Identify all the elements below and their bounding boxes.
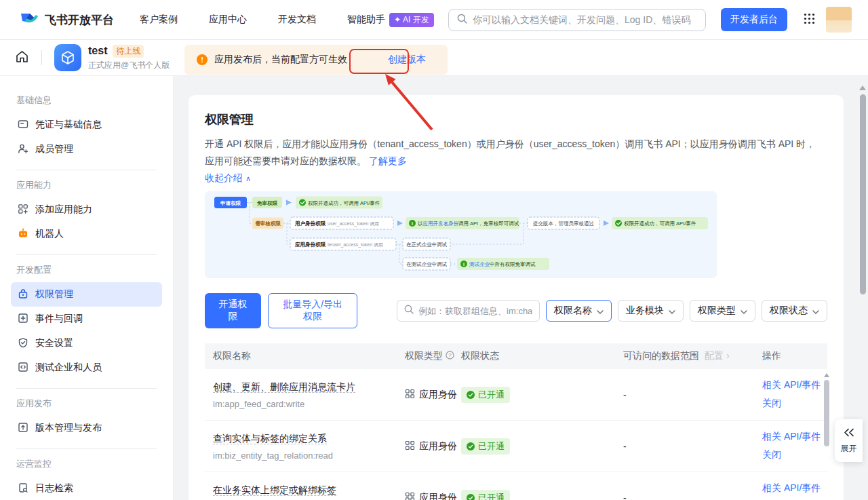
scroll-up-arrow[interactable] <box>859 85 866 90</box>
permission-type: 应用身份 <box>419 492 457 500</box>
chevron-right-icon: › <box>726 350 730 361</box>
scroll-up-arrow[interactable] <box>824 373 829 377</box>
sidebar-section-monitoring: 运营监控 <box>16 457 157 471</box>
filter-permission-name[interactable]: 权限名称 <box>546 300 612 322</box>
sidebar-section-capabilities: 应用能力 <box>16 178 157 192</box>
brand[interactable]: 飞书开放平台 <box>20 10 114 30</box>
sparkle-icon: ✦ <box>394 15 401 24</box>
filter-permission-status[interactable]: 权限状态 <box>762 300 827 322</box>
sidebar-item-security[interactable]: 安全设置 <box>11 331 162 355</box>
app-grid-icon[interactable] <box>804 13 815 27</box>
related-api-link[interactable]: 相关 API/事件 <box>762 379 821 391</box>
open-permission-button[interactable]: 开通权限 <box>205 293 261 328</box>
svg-text:以应用开发者身份调用 API，免审核即可调试: 以应用开发者身份调用 API，免审核即可调试 <box>418 220 519 227</box>
flow-submit-version: 提交版本，管理员审核通过 <box>533 220 595 227</box>
expand-panel-tab[interactable]: 展开 <box>835 419 863 462</box>
flow-test-org-link[interactable]: 测试企业 <box>469 261 490 267</box>
learn-more-link[interactable]: 了解更多 <box>369 155 407 166</box>
sidebar: 基础信息 凭证与基础信息 成员管理 应用能力 添加应用能力 机器人 开发配置 <box>0 76 174 500</box>
nav-dev-docs[interactable]: 开发文档 <box>278 14 316 26</box>
banner-text: 应用发布后，当前配置方可生效 <box>214 54 347 66</box>
feishu-open-platform-page: 飞书开放平台 客户案例 应用中心 开发文档 智能助手 ✦AI 开发 开发者后台 <box>0 0 868 500</box>
sidebar-item-add-capability[interactable]: 添加应用能力 <box>11 197 162 222</box>
related-api-link[interactable]: 相关 API/事件 <box>762 482 821 495</box>
flow-user-perm-token: user_access_token 调用 <box>328 221 379 227</box>
sidebar-section-dev-config: 开发配置 <box>16 263 157 277</box>
header-permission-type: 权限类型 ? <box>397 350 453 362</box>
nav-links: 客户案例 应用中心 开发文档 智能助手 ✦AI 开发 <box>140 13 434 27</box>
sidebar-item-permissions[interactable]: 权限管理 <box>11 282 162 307</box>
app-identity-icon <box>405 389 415 401</box>
nav-app-center[interactable]: 应用中心 <box>209 14 247 26</box>
table-scrollbar[interactable] <box>823 373 830 495</box>
filter-business-module[interactable]: 业务模块 <box>618 300 684 322</box>
sidebar-item-events[interactable]: 事件与回调 <box>11 307 162 331</box>
flow-tenant-perm: 应用身份权限 <box>294 242 326 248</box>
flow-test-debug: 在测试企业中调试 <box>406 261 448 267</box>
close-permission-link[interactable]: 关闭 <box>762 398 821 410</box>
scrollbar-thumb[interactable] <box>860 94 866 294</box>
event-callback-icon <box>18 313 28 326</box>
status-badge: 已开通 <box>461 490 510 500</box>
search-input[interactable] <box>473 14 697 25</box>
table-row: 在业务实体上绑定或解绑标签 im:biz_entity_tag_relation… <box>205 472 827 500</box>
batch-import-export-button[interactable]: 批量导入/导出权限 <box>268 293 357 328</box>
filter-permission-type[interactable]: 权限类型 <box>690 300 755 322</box>
permission-search[interactable] <box>397 300 540 322</box>
double-chevron-left-icon <box>844 427 854 440</box>
member-add-icon <box>18 143 28 156</box>
related-api-link[interactable]: 相关 API/事件 <box>762 431 821 443</box>
scrollbar-thumb[interactable] <box>824 380 829 446</box>
sidebar-item-credentials[interactable]: 凭证与基础信息 <box>11 113 162 137</box>
table-row: 查询实体与标签的绑定关系 im:biz_entity_tag_relation:… <box>205 421 827 472</box>
avatar[interactable] <box>826 7 852 33</box>
search-icon <box>404 305 414 317</box>
divider <box>16 254 157 255</box>
add-capability-icon <box>18 204 28 216</box>
nav-ai-assistant[interactable]: 智能助手 ✦AI 开发 <box>347 13 434 27</box>
divider <box>16 170 157 170</box>
nav-customer-cases[interactable]: 客户案例 <box>140 14 178 26</box>
chevron-up-icon: ∧ <box>245 174 251 182</box>
permission-search-input[interactable] <box>418 306 532 316</box>
flow-tenant-perm-token: tenant_access_token 调用 <box>328 242 383 248</box>
page-title: 权限管理 <box>205 111 827 128</box>
sidebar-section-basic-info: 基础信息 <box>16 94 157 107</box>
feishu-logo-icon <box>20 10 39 30</box>
ai-dev-badge: ✦AI 开发 <box>389 13 434 27</box>
flow-apply: 申请权限 <box>220 200 241 206</box>
app-icon[interactable] <box>54 44 81 71</box>
permission-name: 创建、更新、删除应用消息流卡片 <box>213 381 355 393</box>
divider <box>41 50 42 65</box>
close-permission-link[interactable]: 关闭 <box>762 449 821 461</box>
upload-box-icon <box>18 422 28 435</box>
home-icon[interactable] <box>15 50 29 66</box>
sidebar-item-bot[interactable]: 机器人 <box>11 222 162 246</box>
log-search-icon <box>18 482 28 495</box>
search-icon <box>457 14 467 26</box>
brand-name: 飞书开放平台 <box>45 12 114 28</box>
flow-user-perm: 用户身份权限 <box>294 220 326 227</box>
row-actions: 相关 API/事件 关闭 <box>754 482 829 500</box>
divider <box>16 448 157 449</box>
header-data-scope: 可访问的数据范围 配置 › <box>615 350 754 362</box>
sidebar-section-release: 应用发布 <box>16 397 157 410</box>
collapse-intro-link[interactable]: 收起介绍 ∧ <box>205 172 827 185</box>
divider <box>16 388 157 389</box>
table-row: 创建、更新、删除应用消息流卡片 im:app_feed_card:write 应… <box>205 369 827 421</box>
sidebar-item-test-org[interactable]: 测试企业和人员 <box>11 355 162 380</box>
flow-success-1: 权限开通成功，可调用 API/事件 <box>308 200 380 206</box>
sidebar-item-log-search[interactable]: 日志检索 <box>11 476 162 500</box>
create-version-button[interactable]: 创建版本 <box>388 54 426 66</box>
robot-icon <box>18 228 28 241</box>
developer-console-button[interactable]: 开发者后台 <box>721 8 787 31</box>
global-search[interactable] <box>448 9 706 31</box>
scope-config-link[interactable]: 配置 › <box>705 350 730 362</box>
sidebar-item-members[interactable]: 成员管理 <box>11 137 162 161</box>
header-permission-name: 权限名称 <box>205 350 397 362</box>
sidebar-item-version-release[interactable]: 版本管理与发布 <box>11 416 162 440</box>
chevron-down-icon <box>812 305 819 316</box>
app-identity-icon <box>405 492 415 500</box>
chevron-down-icon <box>741 305 747 316</box>
flow-dev-identity-link[interactable]: 应用开发者身份 <box>423 220 459 227</box>
